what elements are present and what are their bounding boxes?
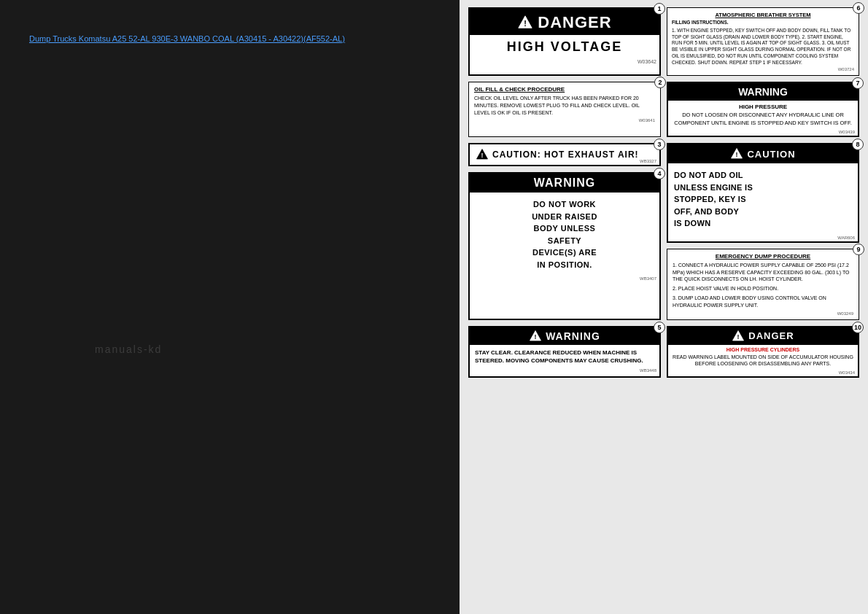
- hp-title: HIGH PRESSURE: [668, 104, 858, 110]
- svg-text:!: !: [535, 333, 537, 340]
- hp-body: DO NOT LOOSEN OR DISCONNECT ANY HYDRAULI…: [668, 110, 858, 130]
- emergency-title: EMERGENCY DUMP PROCEDURE: [673, 253, 853, 260]
- warning-no-work-card: 4 WARNING DO NOT WORK UNDER RAISED BODY …: [468, 172, 661, 319]
- caution-triangle-icon: !: [476, 148, 489, 161]
- emergency-step1: 1. CONNECT A HYDRAULIC POWER SUPPLY CAPA…: [673, 262, 853, 283]
- caution-hot-exhaust-card: 3 ! CAUTION: HOT EXHAUST AIR! WB3327: [468, 143, 661, 166]
- svg-text:!: !: [736, 151, 738, 158]
- oil-fill-check-card: 2 OIL FILL & CHECK PROCEDURE CHECK OIL L…: [468, 82, 661, 137]
- part-number-7: W03439: [668, 130, 858, 136]
- label-number-4: 4: [654, 168, 665, 179]
- danger-hpc-triangle-icon: !: [732, 330, 745, 343]
- label-number-9: 9: [853, 244, 864, 255]
- emergency-body: 1. CONNECT A HYDRAULIC POWER SUPPLY CAPA…: [673, 262, 853, 309]
- label-number-10: 10: [852, 322, 864, 333]
- emergency-dump-card: 9 EMERGENCY DUMP PROCEDURE 1. CONNECT A …: [667, 249, 859, 320]
- part-number-5: WB3448: [470, 368, 659, 374]
- warning-steer-triangle-icon: !: [529, 330, 542, 343]
- label-number-6: 6: [853, 2, 864, 14]
- danger-hpc-label: DANGER: [748, 330, 794, 341]
- right-panel: ! DANGER HIGH VOLTAGE W03642 1 6 ATMOSPH…: [460, 0, 868, 614]
- svg-text:!: !: [481, 152, 484, 159]
- danger-hpc-card: 10 ! DANGER HIGH PRESSURE CYLINDERS READ…: [667, 326, 859, 378]
- part-number-6: W03724: [672, 67, 854, 71]
- atmo-subtitle: FILLING INSTRUCTIONS.: [672, 20, 854, 26]
- part-number-9: W03249: [673, 311, 853, 316]
- label-number-8: 8: [852, 139, 864, 150]
- atmospheric-breather-card: 6 ATMOSPHERIC BREATHER SYSTEM FILLING IN…: [667, 7, 859, 76]
- label-number-3: 3: [654, 139, 665, 150]
- hot-exhaust-text: CAUTION: HOT EXHAUST AIR!: [492, 149, 639, 160]
- label-number-2: 2: [654, 77, 666, 88]
- warning-stay-clear-card: 5 ! WARNING STAY CLEAR. CLEARANCE REDUCE…: [468, 326, 661, 378]
- watermark: manuals-kd: [95, 343, 162, 355]
- danger-label: DANGER: [538, 13, 611, 32]
- oil-fill-body: CHECK OIL LEVEL ONLY AFTER TRUCK HAS BEE…: [474, 95, 655, 116]
- warning-hp-header: WARNING: [668, 83, 858, 101]
- danger-high-voltage-card: ! DANGER HIGH VOLTAGE W03642 1: [468, 7, 661, 76]
- part-number-8: WAR606: [668, 236, 858, 241]
- warning-body-header: WARNING: [470, 174, 659, 193]
- emergency-step2: 2. PLACE HOIST VALVE IN HOLD POSITION.: [673, 285, 853, 292]
- warning-steer-header: ! WARNING: [470, 327, 659, 345]
- caution-oil-triangle-icon: !: [730, 147, 743, 160]
- left-panel: Dump Trucks Komatsu A25 52-AL 930E-3 WAN…: [0, 0, 460, 614]
- label-number-1: 1: [654, 3, 665, 15]
- part-number-4: WB3407: [470, 276, 659, 282]
- high-voltage-text: HIGH VOLTAGE: [470, 35, 659, 59]
- caution-no-add-oil-card: 8 ! CAUTION DO NOT ADD OIL UNLESS ENGINE…: [667, 143, 859, 243]
- danger-triangle-icon: !: [517, 15, 533, 31]
- warning-steer-label: WARNING: [546, 330, 600, 342]
- caution-oil-header: ! CAUTION: [668, 144, 858, 163]
- caution-oil-label: CAUTION: [747, 149, 795, 160]
- svg-text:!: !: [524, 19, 527, 28]
- part-number-3: WB3327: [640, 159, 656, 163]
- part-number-10: W03434: [668, 370, 858, 376]
- hpc-subtitle: HIGH PRESSURE CYLINDERS: [668, 347, 858, 352]
- danger-hpc-header: ! DANGER: [668, 327, 858, 345]
- caution-oil-body: DO NOT ADD OIL UNLESS ENGINE IS STOPPED,…: [668, 163, 858, 236]
- emergency-step3: 3. DUMP LOAD AND LOWER BODY USING CONTRO…: [673, 295, 853, 309]
- label-number-7: 7: [852, 77, 864, 89]
- hpc-body: READ WARNING LABEL MOUNTED ON SIDE OF AC…: [668, 352, 858, 370]
- warning-body-label: WARNING: [534, 176, 595, 189]
- label-number-5: 5: [654, 322, 665, 333]
- svg-text:!: !: [737, 333, 740, 340]
- document-title-link[interactable]: Dump Trucks Komatsu A25 52-AL 930E-3 WAN…: [29, 34, 345, 43]
- part-number-1: W03642: [470, 59, 659, 66]
- warning-body-text: DO NOT WORK UNDER RAISED BODY UNLESS SAF…: [470, 193, 659, 276]
- warning-high-pressure-card: 7 WARNING HIGH PRESSURE DO NOT LOOSEN OR…: [667, 82, 859, 137]
- warning-hp-label: WARNING: [738, 86, 788, 98]
- warning-steer-body: STAY CLEAR. CLEARANCE REDUCED WHEN MACHI…: [470, 345, 659, 368]
- atmo-body: 1. WITH ENGINE STOPPED, KEY SWITCH OFF A…: [672, 28, 854, 66]
- oil-fill-title: OIL FILL & CHECK PROCEDURE: [474, 86, 655, 93]
- atmo-title: ATMOSPHERIC BREATHER SYSTEM: [672, 12, 854, 18]
- part-number-2: W03641: [474, 118, 655, 123]
- danger-header: ! DANGER: [470, 9, 659, 35]
